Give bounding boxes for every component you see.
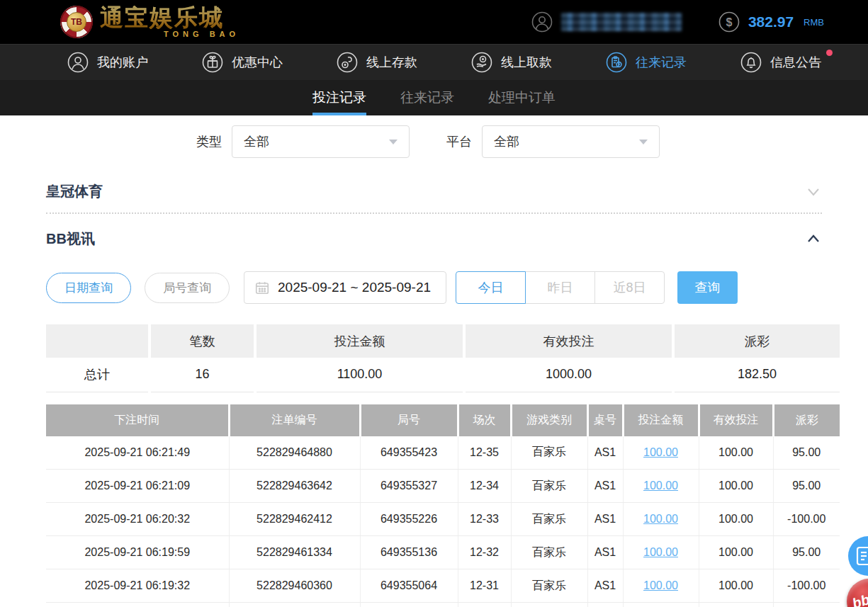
- chevron-down-icon[interactable]: [805, 183, 822, 200]
- type-filter-label: 类型: [196, 133, 222, 150]
- bet-amount-link[interactable]: 100.00: [643, 546, 678, 558]
- summary-table: 笔数 投注金额 有效投注 派彩 总计 16 1100.00 1000.00 18…: [46, 324, 840, 392]
- last-8-days-button[interactable]: 近8日: [594, 271, 665, 304]
- payout: 95.00: [773, 536, 840, 569]
- platform-filter-label: 平台: [446, 133, 472, 150]
- nav-announcements[interactable]: 信息公告: [740, 52, 821, 73]
- type-select[interactable]: 全部: [232, 125, 410, 158]
- nav-label: 线上取款: [501, 54, 552, 71]
- bet-table-header-row: 下注时间 注单编号 局号 场次 游戏类别 桌号 投注金额 有效投注 派彩: [46, 404, 840, 436]
- page: TB 通宝娱乐城 TONG BAO $ 382.9: [0, 0, 868, 607]
- payout: 95.00: [773, 470, 840, 503]
- header-bet-time: 下注时间: [46, 404, 229, 436]
- table-row: 2025-09-21 06:21:09 522829463642 6493553…: [46, 470, 840, 503]
- chip-monogram: TB: [67, 12, 86, 32]
- platform-select[interactable]: 全部: [482, 125, 660, 158]
- table-row: 2025-09-21 06:19:59 522829461334 6493551…: [46, 536, 840, 569]
- chevron-up-icon[interactable]: [805, 230, 822, 247]
- bet-amount-cell: 100.00: [623, 503, 699, 536]
- session: 12-32: [458, 536, 511, 569]
- date-query-button[interactable]: 日期查询: [46, 273, 131, 303]
- bb-platform-button[interactable]: bb: [847, 579, 868, 607]
- nav-promotions[interactable]: 优惠中心: [202, 52, 283, 73]
- order-id: 522829464880: [229, 436, 360, 470]
- bet-time: [46, 603, 229, 607]
- type-filter: 类型 全部: [196, 125, 410, 158]
- bet-time: 2025-09-21 06:21:49: [46, 436, 229, 470]
- logo-text: 通宝娱乐城 TONG BAO: [100, 6, 239, 38]
- bet-amount-cell: 100.00: [623, 569, 699, 603]
- order-id: 522829460360: [229, 569, 360, 603]
- tab-bet-records[interactable]: 投注记录: [312, 80, 366, 115]
- nav-withdraw[interactable]: 线上取款: [471, 52, 552, 73]
- deposit-coin-hand-icon: [337, 52, 358, 73]
- bet-amount-link[interactable]: 100.00: [643, 513, 678, 525]
- table-row: [46, 603, 840, 607]
- round-id: 649355064: [360, 569, 458, 603]
- coin-dollar-icon: $: [718, 11, 740, 33]
- record-tabs: 投注记录 往来记录 处理中订单: [0, 80, 868, 115]
- platform-select-value: 全部: [494, 133, 519, 150]
- valid-bet: 100.00: [699, 470, 773, 503]
- table-row: 2025-09-21 06:20:32 522829462412 6493552…: [46, 503, 840, 536]
- chevron-down-icon: [389, 140, 398, 144]
- valid-bet: 100.00: [699, 569, 773, 603]
- today-button[interactable]: 今日: [456, 271, 526, 304]
- summary-header-count: 笔数: [150, 324, 255, 358]
- round-query-button[interactable]: 局号查询: [145, 273, 230, 303]
- table-id: AS1: [587, 503, 623, 536]
- tab-pending-orders[interactable]: 处理中订单: [488, 80, 556, 115]
- session: 12-33: [458, 503, 511, 536]
- search-button[interactable]: 查询: [677, 271, 738, 304]
- summary-valid-bet: 1000.00: [464, 358, 673, 392]
- yesterday-button[interactable]: 昨日: [525, 271, 595, 304]
- table-id: AS1: [587, 569, 623, 603]
- gift-icon: [202, 52, 223, 73]
- user-avatar-icon: [531, 11, 553, 33]
- customer-service-button[interactable]: [848, 536, 868, 576]
- section-crown-sports[interactable]: 皇冠体育: [46, 170, 822, 214]
- nav-transaction-records[interactable]: 往来记录: [606, 52, 687, 73]
- bet-amount-link[interactable]: 100.00: [643, 579, 678, 591]
- header-payout: 派彩: [773, 404, 840, 436]
- tab-transaction-records[interactable]: 往来记录: [400, 80, 454, 115]
- order-id: 522829461334: [229, 536, 360, 569]
- account-person-icon: [67, 52, 89, 73]
- nav-deposit[interactable]: 线上存款: [337, 52, 417, 73]
- header-bet-amount: 投注金额: [623, 404, 699, 436]
- bet-amount-link[interactable]: 100.00: [643, 480, 678, 492]
- round-id: 649355226: [360, 503, 458, 536]
- bet-time: 2025-09-21 06:19:59: [46, 536, 229, 569]
- date-range-value: 2025-09-21 ~ 2025-09-21: [278, 280, 431, 295]
- top-bar: TB 通宝娱乐城 TONG BAO $ 382.9: [0, 0, 868, 44]
- bet-amount-cell: 100.00: [623, 436, 699, 470]
- logo-subtitle: TONG BAO: [100, 30, 239, 38]
- bell-icon: [740, 52, 762, 73]
- nav-label: 信息公告: [770, 54, 821, 71]
- svg-text:$: $: [726, 16, 732, 28]
- nav-label: 我的账户: [97, 54, 148, 71]
- topbar-right: $ 382.97 RMB: [531, 11, 824, 33]
- valid-bet: 100.00: [699, 536, 773, 569]
- site-logo[interactable]: TB 通宝娱乐城 TONG BAO: [60, 6, 239, 38]
- user-account[interactable]: [531, 11, 682, 33]
- balance[interactable]: $ 382.97 RMB: [718, 11, 824, 33]
- date-range-input[interactable]: 2025-09-21 ~ 2025-09-21: [244, 271, 446, 304]
- section-bb-video[interactable]: BB视讯: [46, 214, 822, 263]
- username-blurred: [561, 13, 682, 31]
- withdraw-coin-hand-icon: [471, 52, 492, 73]
- nav-my-account[interactable]: 我的账户: [67, 52, 148, 73]
- header-round-id: 局号: [360, 404, 458, 436]
- bet-table-wrap: 下注时间 注单编号 局号 场次 游戏类别 桌号 投注金额 有效投注 派彩 202…: [46, 404, 822, 607]
- table-id: AS1: [587, 436, 623, 470]
- table-id: AS1: [587, 470, 623, 503]
- bet-amount-link[interactable]: 100.00: [643, 446, 678, 458]
- casino-chip-icon: TB: [60, 6, 93, 38]
- bet-amount-cell: 100.00: [623, 536, 699, 569]
- notification-dot: [826, 50, 833, 56]
- bb-logo: bb: [850, 591, 868, 607]
- game-type: 百家乐: [511, 436, 587, 470]
- filters-row: 类型 全部 平台 全部: [0, 115, 868, 158]
- type-select-value: 全部: [244, 133, 269, 150]
- order-id: 522829463642: [229, 470, 360, 503]
